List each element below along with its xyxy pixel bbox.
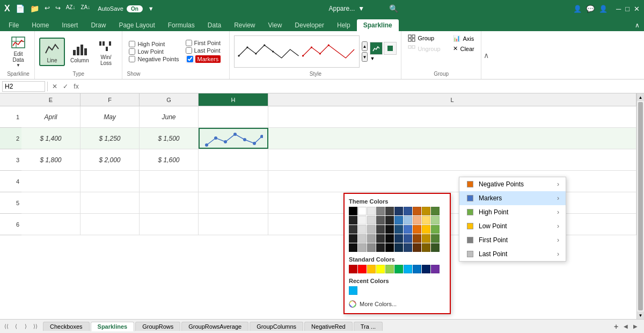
winloss-button[interactable]: Win/ Loss	[94, 35, 118, 68]
cell-e4[interactable]	[21, 171, 80, 192]
undo-icon[interactable]: ↩	[45, 4, 50, 13]
sort-az-icon[interactable]: AZ↓	[66, 4, 76, 13]
std-color-swatch[interactable]	[358, 265, 367, 273]
tab-page-layout[interactable]: Page Layout	[112, 19, 161, 31]
theme-color-swatch[interactable]	[385, 216, 394, 225]
style-scroll-down[interactable]: ▼	[362, 52, 368, 62]
tab-groupcolumns[interactable]: GroupColumns	[250, 322, 303, 331]
restore-button[interactable]: □	[625, 5, 630, 13]
cell-g4[interactable]	[140, 171, 199, 192]
first-point-checkbox[interactable]	[186, 40, 192, 46]
insert-function-button[interactable]: fx	[71, 82, 81, 91]
tab-insert[interactable]: Insert	[55, 19, 84, 31]
redo-icon[interactable]: ↪	[55, 4, 61, 13]
name-box[interactable]	[2, 81, 45, 92]
theme-color-swatch[interactable]	[413, 243, 421, 252]
theme-color-swatch[interactable]	[385, 234, 394, 243]
ribbon-collapse-button[interactable]: ∧	[481, 31, 491, 79]
user-icon[interactable]: 👤	[599, 5, 608, 13]
theme-color-swatch[interactable]	[349, 216, 357, 225]
tab-negativered[interactable]: NegativeRed	[304, 322, 353, 331]
std-color-swatch[interactable]	[413, 265, 421, 273]
theme-color-swatch[interactable]	[385, 225, 394, 234]
theme-color-swatch[interactable]	[367, 216, 376, 225]
theme-color-swatch[interactable]	[404, 225, 412, 234]
cell-f1[interactable]: May	[80, 106, 140, 127]
cell-l6[interactable]	[268, 214, 636, 235]
menu-item-negative-points[interactable]: Negative Points ›	[459, 177, 566, 191]
theme-color-swatch[interactable]	[358, 216, 367, 225]
std-color-swatch[interactable]	[349, 265, 357, 273]
cell-g3[interactable]: $ 1,600	[140, 149, 199, 170]
cell-l1[interactable]	[268, 106, 636, 127]
cell-f4[interactable]	[80, 171, 140, 192]
add-sheet-button[interactable]: +	[612, 322, 620, 331]
sheet-prev-button[interactable]: ⟨	[12, 322, 20, 331]
std-color-swatch[interactable]	[422, 265, 430, 273]
theme-color-swatch[interactable]	[349, 243, 357, 252]
style-scroll-up[interactable]: ▲	[362, 41, 368, 51]
tab-sparkline[interactable]: Sparkline	[357, 19, 399, 31]
tab-draw[interactable]: Draw	[84, 19, 112, 31]
theme-color-swatch[interactable]	[422, 243, 430, 252]
scroll-up-button[interactable]: ▲	[637, 93, 644, 101]
line-button[interactable]: Line	[39, 38, 65, 66]
menu-item-low-point[interactable]: Low Point ›	[459, 219, 566, 233]
file-icon[interactable]: 📄	[16, 4, 25, 13]
col-header-f[interactable]: F	[80, 93, 140, 106]
col-header-l[interactable]: L	[268, 93, 636, 106]
tab-formulas[interactable]: Formulas	[162, 19, 201, 31]
tab-grouprowsaverage[interactable]: GroupRowsAverage	[181, 322, 248, 331]
theme-color-swatch[interactable]	[404, 216, 412, 225]
sheet-next-button[interactable]: ⟩	[21, 322, 30, 331]
cell-e2[interactable]: $ 1,400	[21, 128, 80, 149]
color-dropdown[interactable]: ▼	[370, 56, 397, 61]
cell-l5[interactable]	[268, 192, 636, 213]
tab-data[interactable]: Data	[201, 19, 228, 31]
markers-checkbox[interactable]	[187, 56, 193, 62]
search-icon[interactable]: 🔍	[389, 4, 398, 13]
cell-g5[interactable]	[140, 192, 199, 213]
theme-color-swatch[interactable]	[404, 207, 412, 215]
tab-home[interactable]: Home	[25, 19, 55, 31]
sheet-first-button[interactable]: ⟨⟨	[2, 322, 11, 331]
group-button[interactable]: Group	[406, 33, 449, 43]
theme-color-swatch[interactable]	[404, 234, 412, 243]
col-header-h[interactable]: H	[199, 93, 268, 106]
theme-color-swatch[interactable]	[367, 225, 376, 234]
vertical-scrollbar[interactable]: ▲ ▼	[636, 93, 644, 319]
minimize-button[interactable]: ─	[616, 5, 621, 13]
theme-color-swatch[interactable]	[376, 243, 385, 252]
theme-color-swatch[interactable]	[358, 243, 367, 252]
sheet-scroll-left[interactable]: ◀	[621, 322, 630, 331]
theme-color-swatch[interactable]	[422, 234, 430, 243]
edit-data-button[interactable]: Edit Data ▼	[6, 32, 30, 70]
scroll-thumb[interactable]	[638, 102, 643, 310]
cell-e1[interactable]: April	[21, 106, 80, 127]
theme-color-swatch[interactable]	[349, 225, 357, 234]
cell-g1[interactable]: June	[140, 106, 199, 127]
theme-color-swatch[interactable]	[394, 225, 403, 234]
low-point-checkbox[interactable]	[129, 48, 135, 55]
col-header-g[interactable]: G	[140, 93, 199, 106]
theme-color-swatch[interactable]	[358, 234, 367, 243]
theme-color-swatch[interactable]	[413, 207, 421, 215]
cell-f2[interactable]: $ 1,250	[80, 128, 140, 149]
cell-g6[interactable]	[140, 214, 199, 235]
menu-item-last-point[interactable]: Last Point ›	[459, 247, 566, 261]
cell-h3[interactable]	[199, 149, 268, 170]
dropdown-arrow-icon[interactable]: ▼	[358, 5, 364, 12]
cell-h4[interactable]	[199, 171, 268, 192]
std-color-swatch[interactable]	[404, 265, 412, 273]
close-button[interactable]: ✕	[634, 5, 640, 13]
theme-color-swatch[interactable]	[349, 207, 357, 215]
theme-color-swatch[interactable]	[367, 207, 376, 215]
high-point-checkbox[interactable]	[129, 41, 135, 47]
cell-h1[interactable]	[199, 106, 268, 127]
tab-developer[interactable]: Developer	[288, 19, 331, 31]
last-point-checkbox[interactable]	[186, 47, 192, 54]
cell-e3[interactable]: $ 1,800	[21, 149, 80, 170]
tab-review[interactable]: Review	[228, 19, 261, 31]
tab-help[interactable]: Help	[331, 19, 357, 31]
tab-grouprows[interactable]: GroupRows	[135, 322, 180, 331]
